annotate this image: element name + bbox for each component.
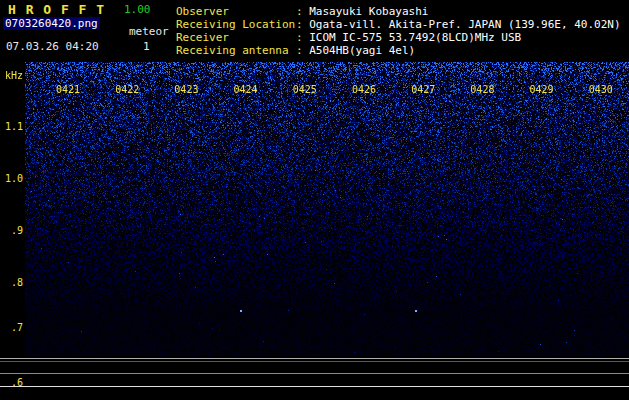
header-left: H R O F F T 1.00 0703260420.png meteor 0… [0,0,176,62]
info-label: Receiving Location [176,18,296,31]
info-colon: : [296,18,309,31]
x-tick-0423: 0423 [171,84,201,95]
info-label: Receiver [176,31,296,44]
x-tick-0426: 0426 [349,84,379,95]
strip-line [0,361,629,362]
datetime-label: 07.03.26 04:20 [6,40,99,53]
strip-line [0,386,629,387]
x-tick-0427: 0427 [408,84,438,95]
info-value: ICOM IC-575 53.7492(8LCD)MHz USB [309,31,521,44]
station-info-row: Receiving antenna: A504HB(yagi 4el) [176,44,629,57]
hrofft-window: H R O F F T 1.00 0703260420.png meteor 0… [0,0,629,400]
info-label: Observer [176,5,296,18]
station-info-row: Receiving Location: Ogata-vill. Akita-Pr… [176,18,629,31]
y-tick-1.1: 1.1 [0,121,23,132]
y-tick-.8: .8 [0,277,23,288]
x-tick-0430: 0430 [586,84,616,95]
y-tick-.7: .7 [0,322,23,333]
output-filename: 0703260420.png [3,17,100,30]
y-axis-unit: kHz [0,70,23,81]
meteor-count: 1 [143,40,150,53]
info-colon: : [296,44,309,57]
x-tick-0422: 0422 [112,84,142,95]
station-info: Observer: Masayuki KobayashiReceiving Lo… [176,5,629,57]
x-tick-0429: 0429 [527,84,557,95]
strip-line [0,373,629,374]
station-info-row: Observer: Masayuki Kobayashi [176,5,629,18]
info-value: A504HB(yagi 4el) [309,44,415,57]
x-tick-0425: 0425 [290,84,320,95]
info-label: Receiving antenna [176,44,296,57]
x-tick-0424: 0424 [231,84,261,95]
strip-line [0,358,629,359]
info-value: Masayuki Kobayashi [309,5,428,18]
info-colon: : [296,31,309,44]
app-title: H R O F F T [8,2,105,17]
y-tick-1.0: 1.0 [0,173,23,184]
station-info-row: Receiver: ICOM IC-575 53.7492(8LCD)MHz U… [176,31,629,44]
x-tick-0428: 0428 [467,84,497,95]
mode-label: meteor [129,25,169,38]
app-version: 1.00 [124,3,151,16]
y-tick-.9: .9 [0,225,23,236]
spectrogram-canvas [25,62,629,356]
info-value: Ogata-vill. Akita-Pref. JAPAN (139.96E, … [309,18,620,31]
info-colon: : [296,5,309,18]
x-tick-0421: 0421 [53,84,83,95]
